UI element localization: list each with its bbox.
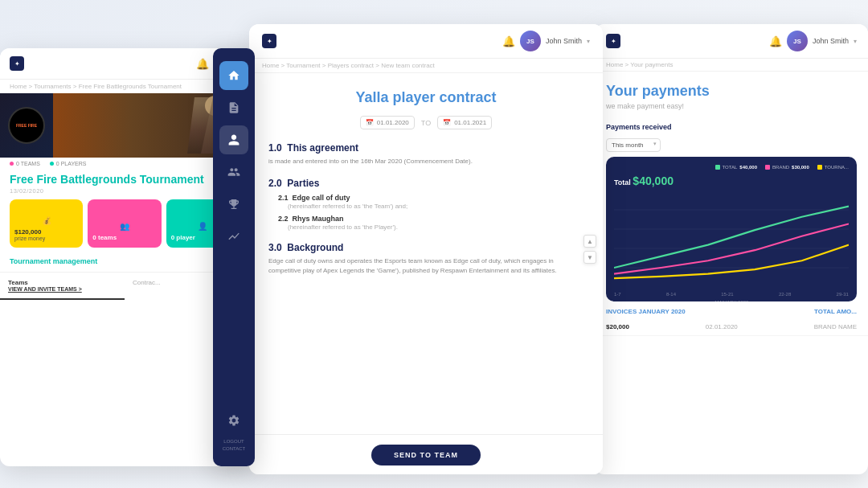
sidebar-item-trophy[interactable] xyxy=(219,190,248,219)
contract-footer: SEND TO TEAM xyxy=(249,434,603,474)
bell-icon-payments[interactable]: 🔔 xyxy=(769,35,782,47)
send-to-team-button[interactable]: SEND TO TEAM xyxy=(371,445,481,465)
legend-total: TOTAL $40,000 xyxy=(715,165,758,170)
tournament-title: Free Fire Battlegrounds Tournament xyxy=(0,170,249,187)
teams-card: 👥 0 teams xyxy=(88,199,161,248)
payments-subtitle: we make payment easy! xyxy=(606,102,857,110)
section-1-title: 1.0 This agreement xyxy=(268,142,583,154)
legend-tourna-dot xyxy=(817,165,822,170)
contract-user-area: 🔔 JS John Smith ▾ xyxy=(502,31,590,51)
nav-logo-contract xyxy=(262,34,276,48)
bell-icon-contract[interactable]: 🔔 xyxy=(502,35,515,47)
logo-icon-payments xyxy=(606,34,620,48)
bell-icon[interactable]: 🔔 xyxy=(196,58,209,70)
logout-link[interactable]: LOGOUT xyxy=(223,438,246,446)
scroll-indicators: ▲ ▼ xyxy=(583,235,596,264)
invoice-date: 02.01.2020 xyxy=(706,323,738,330)
nav-logo xyxy=(10,56,24,71)
calendar-to-icon: 📅 xyxy=(443,119,451,126)
payments-header: 🔔 JS John Smith ▾ xyxy=(595,24,868,59)
calendar-from-icon: 📅 xyxy=(366,119,374,126)
payments-title: Your payments xyxy=(606,83,857,100)
invoice-amount: $20,000 xyxy=(606,323,629,330)
contact-link[interactable]: CONTACT xyxy=(223,445,246,453)
invoice-name: BRAND NAME xyxy=(814,323,857,330)
contract-sub-2-1: 2.1 Edge call of duty (hereinafter refer… xyxy=(278,194,583,210)
sidebar-item-settings[interactable] xyxy=(219,406,248,435)
payments-user-name: John Smith xyxy=(813,37,849,45)
legend-tourna: TOURNA... xyxy=(817,165,849,170)
dropdown-arrow-icon: ▾ xyxy=(587,38,590,45)
payments-received-label: Payments received xyxy=(595,117,868,134)
legend-brand: BRAND $30,000 xyxy=(765,165,809,170)
sidebar: LOGOUT CONTACT xyxy=(213,48,255,466)
sub-2-2-number: 2.2 Rhys Maughan xyxy=(278,215,583,223)
contract-avatar: JS xyxy=(520,31,541,51)
breadcrumb: Home > Tournaments > Free Fire Battlegro… xyxy=(0,80,249,93)
logo-icon-contract xyxy=(262,34,276,48)
contract-card: 🔔 JS John Smith ▾ Home > Tournament > Pl… xyxy=(249,24,603,474)
prize-icon: 💰 xyxy=(14,216,78,225)
contract-section-3: 3.0 Background Edge call of duty owns an… xyxy=(268,242,583,276)
payments-user-area: 🔔 JS John Smith ▾ xyxy=(769,31,857,51)
teams-dot xyxy=(10,162,14,166)
contract-user-name: John Smith xyxy=(546,37,582,45)
dropdown-arrow-payments: ▾ xyxy=(854,38,857,45)
tournament-tabs: Teams VIEW AND INVITE TEAMS > Contrac... xyxy=(0,272,249,300)
contract-header: 🔔 JS John Smith ▾ xyxy=(249,24,603,59)
contract-breadcrumb: Home > Tournament > Players contract > N… xyxy=(249,59,603,73)
sub-2-1-number: 2.1 Edge call of duty xyxy=(278,194,583,202)
contract-title: Yalla player contract xyxy=(268,89,583,106)
tab-teams[interactable]: Teams VIEW AND INVITE TEAMS > xyxy=(0,273,125,300)
payments-breadcrumb: Home > Your payments xyxy=(595,59,868,72)
contract-dates: 📅 01.01.2020 TO 📅 01.01.2021 xyxy=(268,116,583,129)
management-label: Tournament management xyxy=(0,254,249,269)
logo-icon xyxy=(10,56,24,71)
payments-chart: TOTAL $40,000 BRAND $30,000 TOURNA... To… xyxy=(606,157,857,301)
payments-card: 🔔 JS John Smith ▾ Home > Your payments Y… xyxy=(595,24,868,474)
payments-filter: This month ▾ xyxy=(595,134,868,157)
contract-body: Yalla player contract 📅 01.01.2020 TO 📅 … xyxy=(249,73,603,427)
sub-2-2-desc: (hereinafter referred to as 'the Player'… xyxy=(288,223,583,231)
invoices-header: INVOICES JANUARY 2020 TOTAL AMO... xyxy=(595,301,868,318)
chart-period: JANUARY 2020 xyxy=(614,300,849,301)
tournament-cards-row: 💰 $120,000 prize money 👥 0 teams 👤 0 pla… xyxy=(0,199,249,254)
tournament-card: 🔔 JS Home > Tournaments > Free Fire Batt… xyxy=(0,48,249,466)
contract-section-1: 1.0 This agreement is made and entered i… xyxy=(268,142,583,166)
tournament-date: 13/02/2020 xyxy=(0,187,249,199)
sidebar-item-group[interactable] xyxy=(219,158,248,187)
contract-date-to: 📅 01.01.2021 xyxy=(437,116,492,129)
prize-label: prize money xyxy=(14,236,78,241)
contract-sub-2-2: 2.2 Rhys Maughan (hereinafter referred t… xyxy=(278,215,583,231)
chart-legend: TOTAL $40,000 BRAND $30,000 TOURNA... xyxy=(614,165,849,170)
payments-avatar: JS xyxy=(787,31,808,51)
tournament-header: 🔔 JS xyxy=(0,48,249,80)
legend-total-dot xyxy=(715,165,720,170)
section-1-body: is made and entered into on the 16th Mar… xyxy=(268,157,583,166)
invoice-row-1: $20,000 02.01.2020 BRAND NAME xyxy=(595,318,868,336)
filter-select[interactable]: This month xyxy=(606,138,661,152)
contract-date-from: 📅 01.01.2020 xyxy=(360,116,415,129)
players-stat: 0 PLAYERS xyxy=(56,161,87,166)
sidebar-item-document[interactable] xyxy=(219,93,248,122)
filter-select-wrap[interactable]: This month ▾ xyxy=(606,136,661,152)
teams-value: 0 teams xyxy=(92,234,156,241)
chart-x-labels: 1-7 8-14 15-21 22-28 29-31 xyxy=(614,290,849,298)
prize-card: 💰 $120,000 prize money xyxy=(10,199,83,248)
chart-svg xyxy=(614,191,849,287)
total-amount-label: TOTAL AMO... xyxy=(814,308,857,315)
tournament-hero: FREE FIRE xyxy=(0,93,249,158)
scroll-up-btn[interactable]: ▲ xyxy=(583,235,596,248)
sidebar-item-user[interactable] xyxy=(219,125,248,154)
section-3-title: 3.0 Background xyxy=(268,242,583,253)
chart-total: Total $40,000 xyxy=(614,174,849,187)
sidebar-item-chart[interactable] xyxy=(219,222,248,251)
nav-logo-payments xyxy=(606,34,620,48)
players-dot xyxy=(50,162,54,166)
game-logo: FREE FIRE xyxy=(8,107,45,144)
scroll-down-btn[interactable]: ▼ xyxy=(583,251,596,264)
view-invite-link[interactable]: VIEW AND INVITE TEAMS > xyxy=(8,286,117,292)
tournament-stats: 0 TEAMS 0 PLAYERS xyxy=(0,158,249,170)
sidebar-bottom[interactable]: LOGOUT CONTACT xyxy=(223,438,246,453)
sidebar-item-home[interactable] xyxy=(219,61,248,90)
